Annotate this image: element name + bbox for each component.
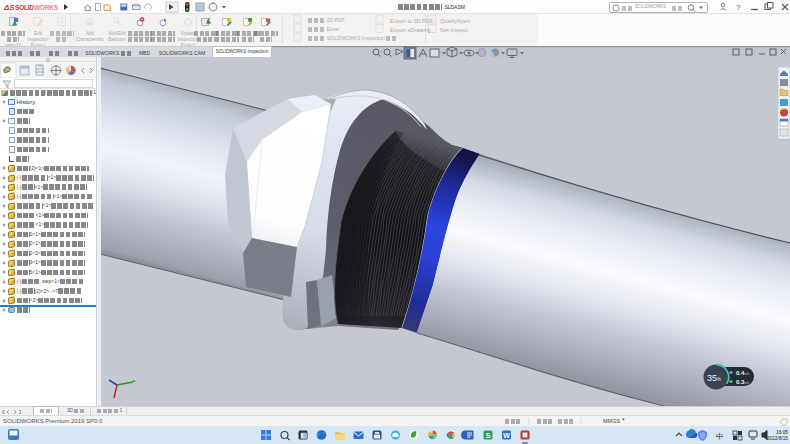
svg-text:W: W: [503, 432, 510, 439]
svg-text:S: S: [486, 432, 491, 439]
svg-text:中: 中: [716, 432, 724, 441]
svg-text:16:05: 16:05: [776, 430, 788, 435]
svg-text:2022/8/15: 2022/8/15: [767, 436, 789, 441]
